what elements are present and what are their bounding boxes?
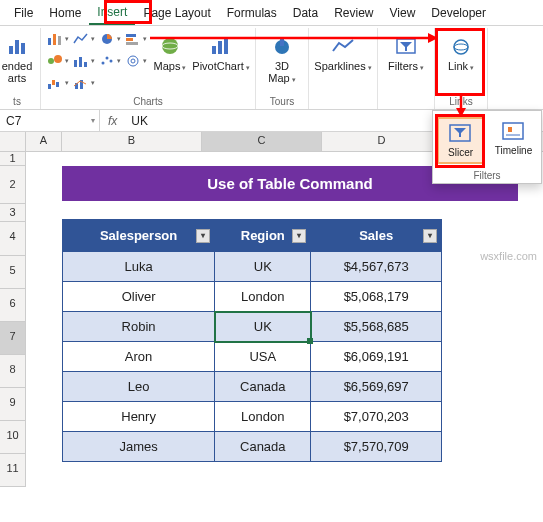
chart-statistic-button[interactable] (73, 52, 95, 70)
formula-value[interactable]: UK (125, 114, 148, 128)
fill-handle[interactable] (307, 338, 313, 344)
fx-icon[interactable]: fx (100, 114, 125, 128)
row-header-9[interactable]: 9 (0, 388, 26, 421)
filter-dropdown-icon[interactable] (196, 229, 210, 243)
row-header-7[interactable]: 7 (0, 322, 26, 355)
svg-rect-8 (48, 84, 51, 89)
row-header-11[interactable]: 11 (0, 454, 26, 487)
svg-rect-4 (53, 34, 56, 45)
name-box[interactable]: C7 ▾ (0, 110, 100, 131)
cell-sales: $6,069,191 (311, 342, 442, 372)
row-header-1[interactable]: 1 (0, 152, 26, 166)
th-salesperson[interactable]: Salesperson (63, 220, 215, 252)
cell-region: USA (215, 342, 311, 372)
row-header-5[interactable]: 5 (0, 256, 26, 289)
link-button[interactable]: Link (441, 30, 481, 94)
cell-sales: $7,570,709 (311, 432, 442, 462)
th-region[interactable]: Region (215, 220, 311, 252)
svg-point-18 (106, 57, 109, 60)
recommended-charts-label-1: ended (2, 60, 33, 72)
th-sales-label: Sales (359, 228, 393, 243)
row-header-10[interactable]: 10 (0, 421, 26, 454)
table-row[interactable]: OliverLondon$5,068,179 (63, 282, 442, 312)
worksheet: A B C D E 1 2 3 4 5 6 7 8 9 10 11 Use of… (0, 132, 543, 522)
tab-view[interactable]: View (382, 2, 424, 24)
watermark: wsxfile.com (480, 250, 537, 262)
svg-rect-36 (503, 123, 523, 139)
svg-rect-12 (79, 57, 82, 67)
row-header-3[interactable]: 3 (0, 204, 26, 222)
svg-rect-31 (280, 38, 284, 46)
tab-review[interactable]: Review (326, 2, 381, 24)
row-header-2[interactable]: 2 (0, 166, 26, 204)
data-table: Salesperson Region Sales LukaUK$4,567,67… (62, 219, 442, 462)
filter-dropdown-icon[interactable] (292, 229, 306, 243)
chart-column-button[interactable] (47, 30, 69, 48)
cell-person: Robin (63, 312, 215, 342)
pivotchart-button[interactable]: PivotChart (193, 30, 249, 94)
filters-label: Filters (388, 60, 424, 74)
cell-sales: $5,068,179 (311, 282, 442, 312)
svg-rect-38 (508, 127, 512, 132)
tab-insert[interactable]: Insert (89, 1, 135, 25)
select-all-corner[interactable] (0, 132, 26, 151)
maps-label: Maps (154, 60, 187, 74)
chart-combo-button[interactable] (73, 74, 95, 92)
chart-line-button[interactable] (73, 30, 95, 48)
chart-pie-button[interactable] (99, 30, 121, 48)
3d-map-label: 3D Map (268, 60, 295, 86)
svg-rect-13 (84, 62, 87, 67)
table-row[interactable]: AronUSA$6,069,191 (63, 342, 442, 372)
tours-group-label: Tours (270, 96, 294, 109)
charts-group-label: Charts (133, 96, 162, 109)
maps-button[interactable]: Maps (151, 30, 189, 94)
filter-dropdown-icon[interactable] (423, 229, 437, 243)
recommended-charts-icon (3, 34, 31, 58)
tab-page-layout[interactable]: Page Layout (135, 2, 218, 24)
tab-developer[interactable]: Developer (423, 2, 494, 24)
svg-point-24 (131, 59, 135, 63)
table-header-row: Salesperson Region Sales (63, 220, 442, 252)
3d-map-button[interactable]: 3D Map (262, 30, 302, 94)
filters-button[interactable]: Filters (384, 30, 428, 94)
slicer-button[interactable]: Slicer (437, 117, 484, 164)
th-sales[interactable]: Sales (311, 220, 442, 252)
tab-data[interactable]: Data (285, 2, 326, 24)
chart-hierarchy-button[interactable] (47, 52, 69, 70)
ribbon: endedarts ts (0, 26, 543, 110)
table-row[interactable]: JamesCanada$7,570,709 (63, 432, 442, 462)
table-row[interactable]: LeoCanada$6,569,697 (63, 372, 442, 402)
timeline-button[interactable]: Timeline (490, 117, 537, 164)
slicer-label: Slicer (448, 147, 473, 158)
cell-person: Leo (63, 372, 215, 402)
cell-person: Oliver (63, 282, 215, 312)
tab-formulas[interactable]: Formulas (219, 2, 285, 24)
svg-point-6 (48, 58, 54, 64)
name-box-dropdown-icon[interactable]: ▾ (91, 116, 95, 125)
timeline-icon (500, 121, 528, 143)
tab-file[interactable]: File (6, 2, 41, 24)
cell-person: Aron (63, 342, 215, 372)
svg-rect-5 (58, 36, 61, 45)
sparklines-button[interactable]: Sparklines (315, 30, 371, 94)
table-row[interactable]: HenryLondon$7,070,203 (63, 402, 442, 432)
selected-cell[interactable]: UK (215, 312, 311, 342)
filters-group-label (405, 96, 408, 109)
cell-region: Canada (215, 372, 311, 402)
tab-home[interactable]: Home (41, 2, 89, 24)
cell-region: London (215, 282, 311, 312)
table-row[interactable]: LukaUK$4,567,673 (63, 252, 442, 282)
recommended-charts-button[interactable]: endedarts (0, 30, 34, 94)
table-row[interactable]: RobinUK$5,568,685 (63, 312, 442, 342)
row-header-8[interactable]: 8 (0, 355, 26, 388)
chart-scatter-button[interactable] (99, 52, 121, 70)
chart-surface-button[interactable] (125, 52, 147, 70)
svg-rect-29 (224, 38, 228, 54)
svg-point-25 (162, 38, 178, 54)
chart-bar-button[interactable] (125, 30, 147, 48)
cell-region: UK (254, 319, 272, 334)
chart-waterfall-button[interactable] (47, 74, 69, 92)
recommended-charts-label-2: arts (8, 72, 26, 84)
row-header-4[interactable]: 4 (0, 222, 26, 256)
row-header-6[interactable]: 6 (0, 289, 26, 322)
